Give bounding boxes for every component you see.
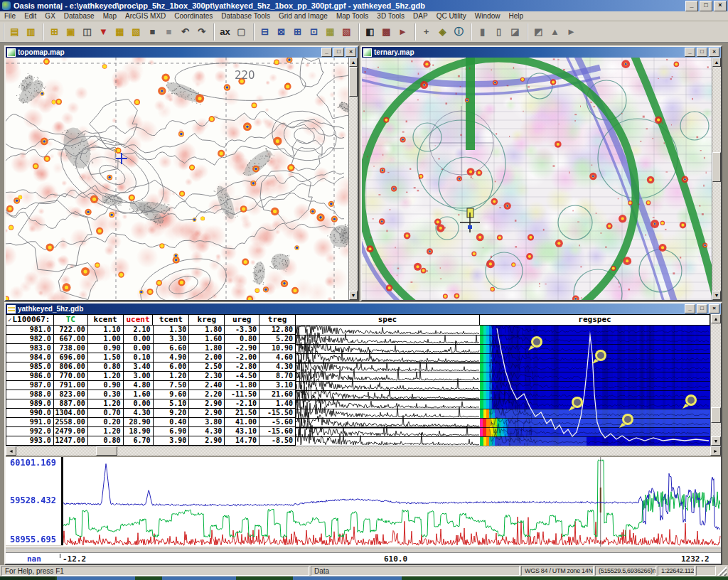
channel-add-icon[interactable]: ⊞ xyxy=(289,23,306,40)
cell[interactable]: 0.90 xyxy=(88,344,124,353)
cell[interactable]: 9.20 xyxy=(154,409,190,418)
cell[interactable]: 21.60 xyxy=(259,390,296,399)
cell[interactable]: 990.0 xyxy=(6,409,54,418)
column-header-treg[interactable]: treg xyxy=(259,315,296,326)
cell[interactable]: 982.0 xyxy=(6,335,54,344)
cell[interactable]: -2.90 xyxy=(225,344,259,353)
cell[interactable]: -3.30 xyxy=(225,326,259,335)
cell[interactable]: 0.00 xyxy=(124,399,154,409)
undo-icon[interactable]: ↶ xyxy=(177,23,193,40)
cell[interactable]: 2.30 xyxy=(189,372,225,381)
cell[interactable]: 0.80 xyxy=(88,436,124,446)
menu-help[interactable]: Help xyxy=(504,12,528,20)
column-header-TC[interactable]: TC xyxy=(54,315,88,326)
scroll-thumb[interactable] xyxy=(712,152,721,182)
cell[interactable]: 14.70 xyxy=(225,436,259,446)
cell[interactable]: 2.90 xyxy=(189,399,225,409)
cell[interactable]: 9.60 xyxy=(154,390,190,399)
cell[interactable]: 1.50 xyxy=(88,353,124,362)
menu-dap[interactable]: DAP xyxy=(409,12,432,20)
menu-map-tools[interactable]: Map Tools xyxy=(332,12,373,20)
new-map-icon[interactable]: ⊞ xyxy=(46,23,63,40)
cell[interactable]: 791.00 xyxy=(54,381,88,390)
cascade-windows-icon[interactable]: ▲ xyxy=(547,23,563,40)
ternary-vscrollbar[interactable]: ▲ ▼ xyxy=(712,58,721,300)
cell[interactable]: 1.20 xyxy=(88,427,124,436)
scroll-down-icon[interactable]: ▼ xyxy=(349,291,358,300)
scroll-right-icon[interactable]: ► xyxy=(710,446,721,456)
cell[interactable]: 1.60 xyxy=(124,390,154,399)
menu-file[interactable]: File xyxy=(0,12,20,20)
cell[interactable]: 1.20 xyxy=(88,372,124,381)
minimize-button[interactable]: _ xyxy=(685,1,698,11)
cell[interactable]: 3.10 xyxy=(259,381,296,390)
cell[interactable]: -2.00 xyxy=(225,353,259,362)
cell[interactable]: 2.20 xyxy=(189,390,225,399)
cell[interactable]: 887.00 xyxy=(54,399,88,409)
zoom-box-icon[interactable]: ▯ xyxy=(491,23,507,40)
database-close-button[interactable]: × xyxy=(709,304,719,313)
cell[interactable]: 1.80 xyxy=(189,344,225,353)
cell[interactable]: 2.40 xyxy=(189,381,225,390)
cell[interactable]: 989.0 xyxy=(6,399,54,409)
cell[interactable]: 985.0 xyxy=(6,362,54,372)
line-add-icon[interactable]: ▦ xyxy=(322,23,338,40)
topomap-minimize-button[interactable]: _ xyxy=(321,48,332,57)
next-window-icon[interactable]: ► xyxy=(563,23,579,40)
menu-database[interactable]: Database xyxy=(60,12,99,20)
cell[interactable]: 8.70 xyxy=(259,372,296,381)
cell[interactable]: 806.00 xyxy=(54,362,88,372)
cell[interactable]: 3.80 xyxy=(189,418,225,427)
cell[interactable]: 823.00 xyxy=(54,390,88,399)
navigate-icon[interactable]: ◈ xyxy=(434,23,451,40)
cell[interactable]: 738.00 xyxy=(54,344,88,353)
open-grid-icon[interactable]: ▦ xyxy=(112,23,128,40)
scroll-thumb[interactable] xyxy=(349,67,358,97)
profile-chart-view[interactable] xyxy=(63,457,721,547)
map-flag-icon[interactable]: ► xyxy=(395,23,411,40)
new-database-icon[interactable]: ▤ xyxy=(6,23,23,40)
topomap-map-view[interactable] xyxy=(6,58,348,300)
cell[interactable]: 1.20 xyxy=(88,399,124,409)
ternary-map-view[interactable] xyxy=(362,58,712,300)
cell[interactable]: -1.80 xyxy=(225,381,259,390)
scroll-up-icon[interactable]: ▲ xyxy=(712,58,721,67)
cell[interactable]: 0.20 xyxy=(88,418,124,427)
redo-icon[interactable]: ↷ xyxy=(193,23,210,40)
menu-map[interactable]: Map xyxy=(99,12,121,20)
display-grid-icon[interactable]: ▼ xyxy=(95,23,112,40)
cell[interactable]: -11.50 xyxy=(225,390,259,399)
map-group-edit-icon[interactable]: ▩ xyxy=(378,23,395,40)
cell[interactable]: 2479.00 xyxy=(54,427,88,436)
topomap-maximize-button[interactable]: □ xyxy=(333,48,344,57)
tile-windows-icon[interactable]: ◩ xyxy=(530,23,547,40)
menu-qc-utility[interactable]: QC Utility xyxy=(432,12,471,20)
cell[interactable]: 0.10 xyxy=(124,353,154,362)
cell[interactable]: 993.0 xyxy=(6,436,54,446)
cell[interactable]: 2558.00 xyxy=(54,418,88,427)
cell[interactable]: 984.0 xyxy=(6,353,54,362)
db-export-icon[interactable]: ⊠ xyxy=(273,23,289,40)
cell[interactable]: 987.0 xyxy=(6,381,54,390)
cell[interactable]: 1.10 xyxy=(88,326,124,335)
column-header-kcent[interactable]: kcent xyxy=(88,315,124,326)
channel-delete-icon[interactable]: ⊡ xyxy=(306,23,322,40)
cell[interactable]: 696.00 xyxy=(54,353,88,362)
cell[interactable]: 4.90 xyxy=(154,353,190,362)
line-delete-icon[interactable]: ▧ xyxy=(338,23,355,40)
cell[interactable]: 983.0 xyxy=(6,344,54,353)
ternary-maximize-button[interactable]: □ xyxy=(697,48,707,57)
cell[interactable]: 6.60 xyxy=(154,344,190,353)
open-database-icon[interactable]: ▥ xyxy=(23,23,39,40)
cell[interactable]: 0.80 xyxy=(88,362,124,372)
cell[interactable]: 0.00 xyxy=(124,335,154,344)
cell[interactable]: 2.50 xyxy=(189,362,225,372)
cell[interactable]: 0.00 xyxy=(124,344,154,353)
cell[interactable]: 5.10 xyxy=(154,399,190,409)
info-icon[interactable]: ⓘ xyxy=(451,23,467,40)
menu-arcgis-mxd[interactable]: ArcGIS MXD xyxy=(121,12,170,20)
topomap-vscrollbar[interactable]: ▲ ▼ xyxy=(348,58,358,300)
cell[interactable]: 2.90 xyxy=(189,436,225,446)
cell[interactable]: 991.0 xyxy=(6,418,54,427)
menu-gx[interactable]: GX xyxy=(41,12,59,20)
